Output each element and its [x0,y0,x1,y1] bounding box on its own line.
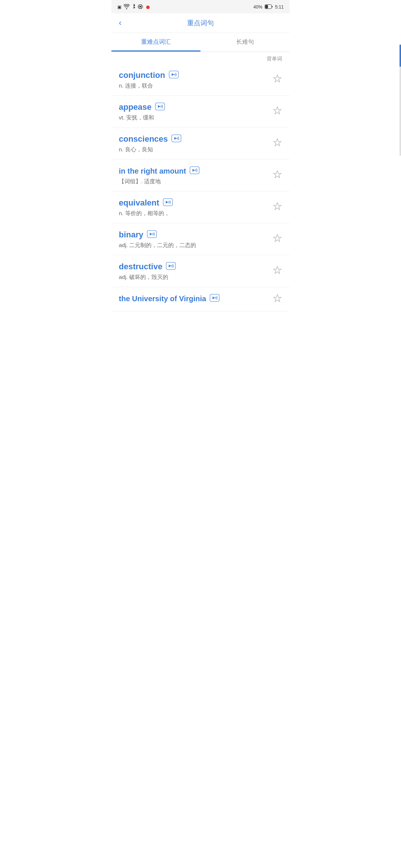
word-item-content: equivalent n. 等价的，相等的， [119,198,268,217]
speaker-icon[interactable] [166,262,176,272]
word-definition: adj. 二元制的，二元的，二态的 [119,242,268,249]
word-item: appease vt. 安抚，缓和 [111,96,290,128]
status-icons-left: ▣ ⏺ [117,4,150,11]
word-item: binary adj. 二元制的，二元的，二态的 [111,223,290,255]
word-item-content: conjunction n. 连接，联合 [119,70,268,89]
page-header: ‹ 重点词句 [111,13,290,33]
record-icon: ⏺ [145,4,150,10]
svg-rect-5 [265,5,268,8]
word-item-content: destructive adj. 破坏的，毁灭的 [119,262,268,281]
word-list: conjunction n. 连接，联合 appease vt. 安抚，缓和 c… [111,64,290,312]
tab-bar: 重难点词汇 长难句 [111,33,290,52]
word-item-content: consciences n. 良心，良知 [119,134,268,153]
word-definition: 【词组】. 适度地 [119,178,268,185]
word-row: destructive [119,262,268,272]
battery-icon [265,4,273,10]
word-item-content: appease vt. 安抚，缓和 [119,102,268,121]
star-button[interactable] [273,294,282,306]
memorize-bar: 背单词 [111,52,290,64]
word-item-content: in the right amount 【词组】. 适度地 [119,166,268,185]
speaker-icon[interactable] [169,70,179,80]
tab-sentences[interactable]: 长难句 [200,33,290,52]
svg-rect-1 [140,6,141,7]
speaker-icon[interactable] [172,134,181,144]
speaker-icon[interactable] [210,294,219,303]
page-title: 重点词句 [187,19,214,27]
speaker-icon[interactable] [147,230,157,240]
time-display: 5:11 [275,4,284,10]
word-item: conjunction n. 连接，联合 [111,64,290,96]
star-button[interactable] [273,138,282,150]
word-row: equivalent [119,198,268,208]
speaker-icon[interactable] [163,198,173,208]
word-item: in the right amount 【词组】. 适度地 [111,160,290,191]
word-text: the University of Virginia [119,295,206,303]
wifi-icon [124,4,130,10]
word-row: in the right amount [119,166,268,176]
battery-percent: 40% [254,4,263,10]
vibrate-icon [138,4,143,10]
word-text: in the right amount [119,167,186,175]
back-button[interactable]: ‹ [119,18,121,28]
star-button[interactable] [273,106,282,118]
speaker-icon[interactable] [155,102,165,112]
word-row: conjunction [119,70,268,80]
word-definition: n. 等价的，相等的， [119,210,268,217]
word-text: equivalent [119,198,159,208]
bluetooth-icon [132,4,136,11]
word-item: consciences n. 良心，良知 [111,128,290,160]
word-row: consciences [119,134,268,144]
word-row: the University of Virginia [119,294,268,303]
status-bar: ▣ ⏺ 40% [111,0,290,13]
sim-icon: ▣ [117,4,121,10]
word-row: appease [119,102,268,112]
word-item-content: the University of Virginia [119,294,268,306]
word-definition: adj. 破坏的，毁灭的 [119,274,268,281]
word-item: the University of Virginia [111,287,290,312]
speaker-icon[interactable] [190,166,199,176]
word-definition: n. 连接，联合 [119,82,268,89]
star-button[interactable] [273,74,282,86]
word-item: destructive adj. 破坏的，毁灭的 [111,255,290,287]
word-row: binary [119,230,268,240]
word-text: binary [119,230,143,240]
word-text: consciences [119,134,168,144]
status-right: 40% 5:11 [254,4,284,10]
word-item: equivalent n. 等价的，相等的， [111,191,290,223]
tab-vocabulary[interactable]: 重难点词汇 [111,33,200,52]
memorize-button[interactable]: 背单词 [267,56,282,62]
word-definition: n. 良心，良知 [119,146,268,153]
star-button[interactable] [273,234,282,246]
word-text: appease [119,102,151,112]
star-button[interactable] [273,266,282,277]
word-text: conjunction [119,70,165,80]
word-text: destructive [119,262,162,272]
star-button[interactable] [273,170,282,182]
word-item-content: binary adj. 二元制的，二元的，二态的 [119,230,268,249]
star-button[interactable] [273,202,282,214]
word-definition: vt. 安抚，缓和 [119,114,268,121]
